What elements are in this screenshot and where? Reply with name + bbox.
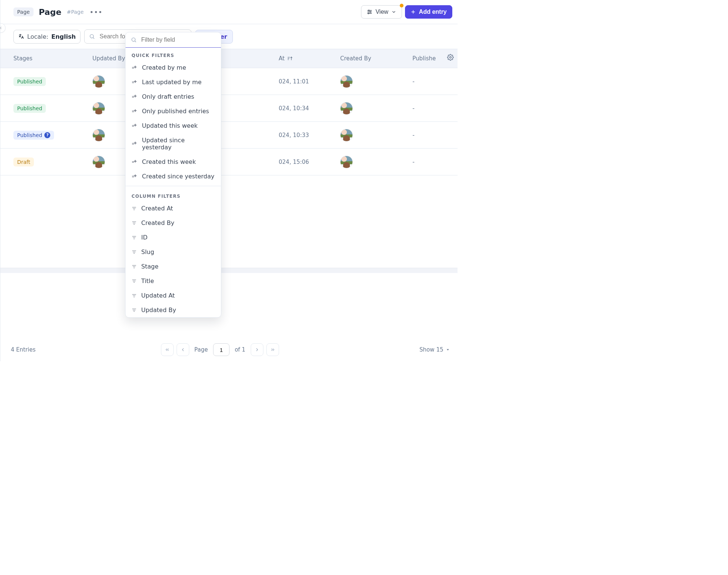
avatar [340, 75, 353, 88]
filter-item-label: Updated By [141, 306, 176, 314]
filter-icon [132, 220, 137, 226]
locale-value: English [51, 33, 76, 40]
plus-icon [411, 9, 416, 15]
breadcrumb-chip[interactable]: Page [13, 7, 34, 16]
page-size-label: Show 15 [420, 346, 443, 353]
filter-icon [132, 308, 137, 313]
filter-item-label: Created By [141, 219, 174, 226]
quick-filter-item[interactable]: Only published entries [126, 104, 221, 118]
filter-item-label: Created by me [142, 64, 186, 71]
svg-point-5 [370, 12, 371, 13]
last-page-button[interactable] [266, 343, 279, 356]
quick-filter-item[interactable]: Last updated by me [126, 75, 221, 89]
quick-filter-item[interactable]: Created by me [126, 60, 221, 75]
col-updated-at[interactable]: At [275, 55, 340, 62]
table: Stages Updated By ID At Created By Publi… [0, 49, 458, 175]
add-entry-button[interactable]: Add entry [405, 5, 452, 19]
stage-label: Published [17, 79, 42, 85]
stage-badge: Published [13, 77, 46, 86]
quick-filter-item[interactable]: Only draft entries [126, 89, 221, 104]
quick-filter-item[interactable]: Created since yesterday [126, 169, 221, 184]
caret-down-icon [446, 347, 450, 352]
next-page-button[interactable] [251, 343, 263, 356]
column-filter-item[interactable]: Stage [126, 259, 221, 274]
quick-filter-item[interactable]: Created this week [126, 155, 221, 169]
table-row[interactable]: Publishedcltx3nee024, 11:01- [0, 68, 458, 95]
translate-icon [18, 34, 24, 39]
filter-item-label: Title [141, 277, 154, 285]
avatar [92, 75, 105, 88]
add-entry-label: Add entry [419, 9, 447, 15]
column-filter-item[interactable]: Created At [126, 201, 221, 216]
stage-label: Published [17, 105, 42, 111]
svg-point-19 [132, 38, 135, 41]
column-filters-label: COLUMN FILTERS [126, 188, 221, 201]
more-icon[interactable]: ••• [90, 8, 103, 16]
table-row[interactable]: Publishedclxx4u5zl024, 10:34- [0, 95, 458, 122]
filter-item-label: Created this week [142, 158, 196, 165]
publisher-value: - [412, 131, 415, 139]
column-filter-item[interactable]: ID [126, 230, 221, 245]
svg-point-18 [450, 57, 452, 58]
updated-at-value: 024, 15:06 [279, 159, 309, 165]
page-size-select[interactable]: Show 15 [420, 346, 450, 353]
col-publisher[interactable]: Publishe [412, 55, 439, 62]
page-title: Page [39, 7, 61, 17]
col-created-by[interactable]: Created By [340, 55, 412, 62]
sparkle-icon [132, 108, 137, 114]
publisher-value: - [412, 158, 415, 165]
filter-icon [132, 235, 137, 240]
filter-icon [132, 279, 137, 284]
column-filter-item[interactable]: Created By [126, 216, 221, 230]
filter-item-label: Slug [141, 248, 154, 255]
filter-item-label: Created At [141, 205, 173, 212]
prev-page-button[interactable] [177, 343, 189, 356]
quick-filter-item[interactable]: Updated this week [126, 118, 221, 133]
filter-item-label: Updated this week [142, 122, 198, 129]
first-page-button[interactable] [161, 343, 174, 356]
sparkle-icon [132, 79, 137, 85]
col-stages[interactable]: Stages [13, 55, 92, 62]
filter-item-label: Only draft entries [142, 93, 194, 100]
page-label: Page [194, 346, 208, 353]
filter-item-label: Created since yesterday [142, 173, 215, 180]
publisher-value: - [412, 78, 415, 85]
toolbar: Locale: English Filter [0, 24, 458, 49]
chevron-down-icon [391, 9, 396, 15]
avatar [340, 129, 353, 142]
sliders-icon [367, 9, 373, 15]
avatar [340, 156, 353, 168]
filter-item-label: Last updated by me [142, 79, 202, 86]
filter-icon [132, 264, 137, 269]
publisher-value: - [412, 105, 415, 112]
sparkle-icon [132, 159, 137, 165]
col-updated-at-label: At [279, 55, 285, 62]
locale-label: Locale: [27, 33, 48, 40]
locale-select[interactable]: Locale: English [13, 30, 80, 44]
column-filter-item[interactable]: Updated By [126, 303, 221, 317]
columns-settings-button[interactable] [447, 54, 454, 61]
divider [126, 186, 221, 186]
page-input[interactable] [213, 343, 230, 356]
filter-search-wrap[interactable] [126, 32, 221, 48]
avatar [92, 129, 105, 142]
column-filter-item[interactable]: Slug [126, 245, 221, 259]
svg-point-4 [368, 10, 370, 11]
sparkle-icon [132, 141, 137, 147]
svg-point-6 [368, 13, 369, 14]
column-filter-item[interactable]: Title [126, 274, 221, 288]
stage-label: Draft [17, 159, 30, 165]
horizontal-scrollbar[interactable] [0, 268, 458, 273]
search-icon [131, 37, 137, 43]
table-header: Stages Updated By ID At Created By Publi… [0, 49, 458, 68]
table-row[interactable]: Published?clxx3uyf0024, 10:33- [0, 122, 458, 149]
table-row[interactable]: Draftclxx5lr6024, 15:06- [0, 149, 458, 175]
filter-search-input[interactable] [140, 36, 216, 44]
sparkle-icon [132, 94, 137, 100]
column-filter-item[interactable]: Updated At [126, 288, 221, 303]
quick-filter-item[interactable]: Updated since yesterday [126, 133, 221, 155]
avatar [340, 102, 353, 115]
sort-icon [287, 55, 293, 61]
entries-count: 4 Entries [11, 346, 36, 353]
view-button[interactable]: View [361, 5, 402, 19]
